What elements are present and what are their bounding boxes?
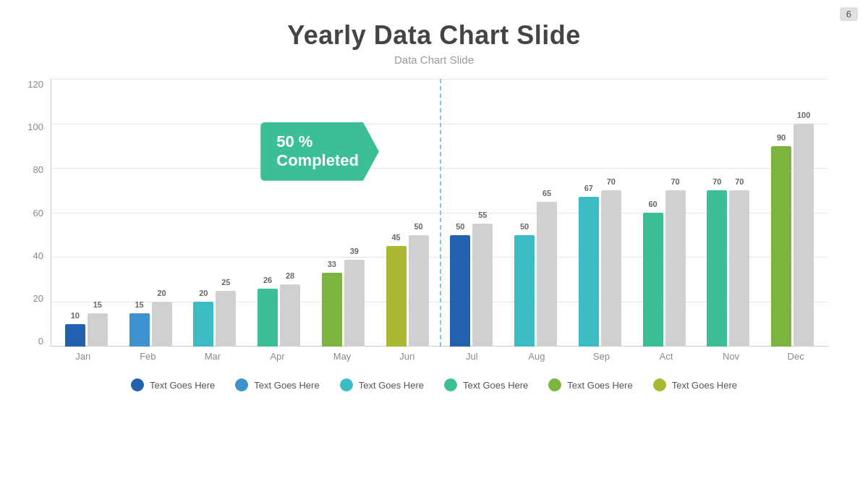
page-number: 6 — [840, 7, 858, 21]
bar-secondary: 28 — [280, 284, 300, 347]
month-group: 5055 — [440, 224, 504, 347]
bar-value-label: 39 — [350, 247, 359, 255]
legend-dot — [653, 378, 666, 391]
bar-value-label: 70 — [671, 177, 680, 186]
bar-value-label: 33 — [328, 260, 336, 268]
month-group: 90100 — [760, 124, 825, 347]
bar-value-label: 15 — [93, 300, 102, 309]
bar-value-label: 70 — [607, 177, 616, 186]
bar-primary: 90 — [771, 146, 791, 347]
bar-value-label: 15 — [135, 300, 144, 309]
y-axis: 020406080100120 — [14, 79, 43, 347]
bars-container: 1015152020252628333945505055506567706070… — [51, 79, 828, 347]
legend-label: Text Goes Here — [463, 380, 528, 391]
callout-line1: 50 % — [276, 132, 312, 150]
bar-value-label: 65 — [542, 189, 551, 198]
legend-item: Text Goes Here — [235, 378, 319, 391]
callout-line2: Completed — [276, 151, 359, 169]
bar-value-label: 50 — [456, 222, 464, 231]
x-axis-label: Dec — [763, 348, 828, 368]
header: Yearly Data Chart Slide Data Chart Slide — [0, 0, 868, 66]
month-group: 1015 — [54, 313, 119, 347]
bar-value-label: 20 — [158, 289, 166, 297]
main-title: Yearly Data Chart Slide — [0, 20, 868, 51]
bar-primary: 67 — [579, 197, 599, 347]
bar-secondary: 70 — [601, 190, 621, 347]
bar-primary: 45 — [386, 246, 407, 347]
bar-value-label: 50 — [520, 222, 529, 231]
bar-primary: 60 — [643, 213, 663, 347]
legend-item: Text Goes Here — [444, 378, 528, 391]
y-axis-label: 120 — [14, 79, 43, 90]
x-axis-label: Aug — [504, 348, 569, 368]
bar-value-label: 26 — [263, 276, 272, 284]
month-group: 3339 — [311, 260, 375, 347]
x-axis-label: Sep — [569, 348, 634, 368]
bar-value-label: 45 — [392, 233, 401, 242]
callout: 50 % Completed — [260, 122, 379, 181]
x-axis-label: Apr — [245, 348, 310, 368]
bar-secondary: 55 — [472, 224, 493, 347]
bar-secondary: 70 — [729, 190, 749, 347]
bar-primary: 26 — [258, 289, 278, 347]
legend-label: Text Goes Here — [359, 380, 424, 391]
x-axis-label: Feb — [116, 348, 181, 368]
bar-value-label: 25 — [221, 278, 230, 287]
month-group: 6070 — [632, 190, 697, 347]
y-axis-label: 20 — [14, 293, 43, 304]
x-axis-label: Jul — [439, 348, 504, 368]
y-axis-label: 60 — [14, 208, 43, 219]
bar-value-label: 100 — [797, 111, 810, 119]
legend-label: Text Goes Here — [567, 380, 632, 391]
bar-value-label: 70 — [712, 177, 721, 186]
bar-primary: 50 — [514, 235, 535, 347]
legend-item: Text Goes Here — [653, 378, 737, 391]
x-labels: JanFebMarAprMayJunJulAugSepActNovDec — [51, 348, 828, 368]
legend-dot — [444, 378, 457, 391]
legend-item: Text Goes Here — [548, 378, 632, 391]
x-axis-label: Nov — [699, 348, 764, 368]
bar-value-label: 90 — [777, 133, 786, 142]
x-axis-label: May — [310, 348, 375, 368]
bar-value-label: 20 — [199, 289, 208, 297]
legend-item: Text Goes Here — [131, 378, 215, 391]
legend: Text Goes HereText Goes HereText Goes He… — [0, 378, 868, 391]
bar-primary: 10 — [65, 324, 85, 347]
x-axis-label: Jan — [51, 348, 116, 368]
month-group: 5065 — [503, 202, 568, 347]
bar-secondary: 15 — [88, 313, 108, 347]
bar-value-label: 55 — [478, 211, 487, 219]
bar-primary: 50 — [450, 235, 470, 347]
bar-value-label: 60 — [649, 200, 658, 208]
x-axis-label: Act — [634, 348, 699, 368]
y-axis-label: 80 — [14, 164, 43, 175]
bar-secondary: 20 — [152, 302, 172, 347]
y-axis-label: 40 — [14, 250, 43, 261]
month-group: 2628 — [247, 284, 311, 347]
bar-secondary: 50 — [409, 235, 429, 347]
bar-secondary: 100 — [793, 124, 814, 347]
bar-secondary: 70 — [665, 190, 686, 347]
chart-area: 020406080100120 101515202025262833394550… — [51, 79, 828, 368]
legend-dot — [131, 378, 144, 391]
legend-label: Text Goes Here — [254, 380, 319, 391]
month-group: 2025 — [183, 291, 247, 347]
month-group: 6770 — [568, 190, 632, 347]
x-axis-label: Mar — [180, 348, 245, 368]
bar-secondary: 65 — [537, 202, 557, 347]
y-axis-label: 0 — [14, 336, 43, 347]
legend-dot — [235, 378, 248, 391]
bar-primary: 20 — [193, 302, 213, 347]
bar-secondary: 39 — [344, 260, 365, 347]
bar-value-label: 10 — [71, 311, 80, 320]
bar-value-label: 70 — [735, 177, 744, 186]
legend-dot — [340, 378, 353, 391]
legend-label: Text Goes Here — [672, 380, 737, 391]
legend-item: Text Goes Here — [340, 378, 424, 391]
month-group: 4550 — [375, 235, 440, 347]
bar-value-label: 67 — [584, 184, 593, 192]
bar-primary: 33 — [322, 273, 342, 347]
month-group: 1520 — [119, 302, 183, 347]
bar-value-label: 50 — [414, 222, 423, 231]
bar-secondary: 25 — [216, 291, 236, 347]
